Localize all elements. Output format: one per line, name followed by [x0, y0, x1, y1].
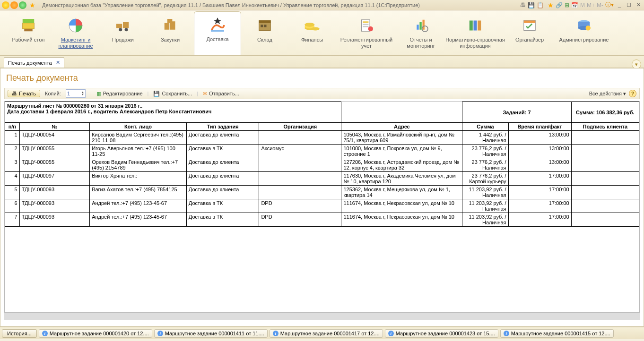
nav-delivery[interactable]: Доставка: [194, 11, 241, 55]
page-title: Печать документа: [6, 73, 640, 83]
svg-rect-34: [524, 21, 536, 23]
svg-rect-15: [261, 25, 263, 27]
svg-rect-31: [474, 21, 477, 31]
table-row[interactable]: 6ТДЦУ-000093Андрей тел.:+7 (495) 123-45-…: [5, 199, 639, 213]
spin-down-icon[interactable]: ▼: [81, 94, 84, 96]
star-icon[interactable]: ★: [29, 1, 35, 9]
window-title: Демонстрационная база "Управление торгов…: [42, 2, 520, 8]
svg-rect-16: [264, 25, 266, 27]
nav-organizer[interactable]: Органайзер: [506, 12, 553, 55]
copies-input[interactable]: 1 ▲▼: [66, 89, 86, 98]
info-icon: i: [157, 331, 163, 336]
svg-rect-26: [417, 25, 418, 30]
info-icon: i: [388, 331, 394, 336]
nav-admin[interactable]: Администрирование: [553, 12, 615, 55]
tab-bar: Печать документа ✕: [0, 56, 644, 68]
table-row[interactable]: 2ТДЦУ-000055Игорь Аверьянов тел.:+7 (495…: [5, 145, 639, 158]
copy-icon[interactable]: 📋: [537, 2, 544, 9]
edit-button[interactable]: ▦ Редактирование: [96, 91, 143, 97]
save-button[interactable]: 💾 Сохранить...: [153, 91, 192, 97]
svg-rect-14: [259, 21, 271, 23]
nav-warehouse[interactable]: Склад: [241, 12, 288, 55]
table-row[interactable]: 5ТДЦУ-000093Вагиз Ахатов тел.:+7 (495) 7…: [5, 186, 639, 199]
total-sum: Сумма: 106 382,36 руб.: [571, 102, 639, 123]
svg-point-20: [311, 27, 320, 31]
link-icon[interactable]: 🔗: [556, 2, 563, 9]
back-button[interactable]: [10, 1, 18, 9]
edit-icon: ▦: [96, 91, 101, 97]
print-button[interactable]: 🖶 Печать: [8, 90, 40, 97]
statusbar-window-item[interactable]: iМаршрутное задание 000001411 от 11....: [154, 329, 268, 338]
save-icon[interactable]: 💾: [528, 2, 535, 9]
panel-dropdown-icon[interactable]: ▾: [632, 60, 641, 69]
title-bar: ★ Демонстрационная база "Управление торг…: [0, 0, 644, 10]
svg-rect-22: [363, 21, 368, 23]
m-button[interactable]: M: [580, 2, 585, 9]
table-row[interactable]: 4ТДЦУ-000097Виктор Хряпа тел.:Доставка д…: [5, 172, 639, 186]
calc-icon[interactable]: ⊞: [565, 2, 569, 9]
svg-rect-27: [419, 22, 421, 30]
svg-rect-23: [363, 24, 368, 26]
svg-rect-1: [23, 19, 35, 23]
disk-icon: 💾: [153, 91, 160, 97]
info-icon: i: [273, 331, 278, 336]
app-icon[interactable]: [2, 1, 9, 9]
m-plus-button[interactable]: M+: [587, 2, 595, 9]
svg-rect-8: [165, 23, 170, 30]
svg-rect-4: [116, 24, 122, 28]
print-icon[interactable]: 🖶: [520, 2, 526, 9]
svg-rect-24: [363, 26, 368, 27]
history-button[interactable]: История...: [2, 329, 37, 338]
statusbar-window-item[interactable]: iМаршрутное задание 000001417 от 12....: [270, 329, 383, 338]
horizontal-scrollbar[interactable]: [4, 313, 640, 320]
column-headers: п/п№Конт. лицо Тип заданияОрганизацияАдр…: [5, 123, 639, 131]
svg-marker-11: [214, 17, 221, 24]
maximize-button[interactable]: ☐: [625, 2, 633, 9]
doc-title: Маршрутный лист № 000000280 от 31 января…: [7, 103, 339, 109]
status-bar: История... iМаршрутное задание 000001420…: [0, 327, 644, 339]
nav-purchases[interactable]: Закупки: [147, 12, 194, 55]
nav-reports[interactable]: Отчеты и мониторинг: [397, 12, 444, 55]
spreadsheet[interactable]: Маршрутный лист № 000000280 от 31 января…: [4, 101, 640, 313]
svg-point-25: [368, 26, 374, 32]
tasks-count: Заданий: 7: [462, 102, 571, 123]
svg-rect-5: [123, 22, 129, 28]
info-icon[interactable]: ⓘ▾: [605, 1, 614, 9]
send-button[interactable]: ✉ Отправить...: [203, 91, 239, 97]
statusbar-window-item[interactable]: iМаршрутное задание 000001415 от 12....: [500, 329, 614, 338]
tab-print-document[interactable]: Печать документа ✕: [4, 57, 64, 68]
svg-point-6: [119, 28, 122, 31]
nav-accounting[interactable]: Регламентированный учет: [336, 12, 397, 55]
statusbar-window-item[interactable]: iМаршрутное задание 000001423 от 15....: [385, 329, 498, 338]
nav-marketing[interactable]: Маркетинг и планирование: [52, 12, 99, 55]
table-row[interactable]: 3ТДЦУ-000055Орехов Вадим Геннадьевич тел…: [5, 158, 639, 172]
svg-rect-12: [211, 30, 224, 32]
table-row[interactable]: 1ТДЦУ-000054Кирсанов Вадим Сергеевич тел…: [5, 131, 639, 145]
copies-label: Копий:: [45, 91, 61, 96]
info-icon: i: [504, 331, 509, 336]
help-icon[interactable]: ?: [629, 90, 636, 97]
forward-button[interactable]: [19, 1, 26, 9]
svg-rect-30: [470, 21, 473, 31]
minimize-button[interactable]: _: [616, 2, 623, 9]
nav-sales[interactable]: Продажи: [99, 12, 147, 55]
printer-icon: 🖶: [12, 91, 17, 96]
toolbar: 🖶 Печать Копий: 1 ▲▼ | ▦ Редактирование …: [4, 88, 640, 99]
main-navigation: Рабочий стол Маркетинг и планирование Пр…: [0, 10, 644, 56]
all-actions-button[interactable]: Все действия ▾: [589, 91, 626, 97]
close-button[interactable]: ✕: [635, 2, 642, 9]
nav-desktop[interactable]: Рабочий стол: [5, 12, 52, 55]
m-minus-button[interactable]: M-: [597, 2, 603, 9]
nav-finance[interactable]: Финансы: [288, 12, 336, 55]
favorite-icon[interactable]: ★: [548, 1, 554, 9]
table-row[interactable]: 7ТДЦУ-000093Андрей тел.:+7 (495) 123-45-…: [5, 213, 639, 227]
tab-close-icon[interactable]: ✕: [56, 60, 60, 66]
svg-rect-28: [423, 20, 425, 30]
svg-rect-32: [478, 21, 481, 31]
nav-reference[interactable]: Нормативно-справочная информация: [444, 12, 506, 55]
svg-point-19: [305, 23, 314, 27]
statusbar-window-item[interactable]: iМаршрутное задание 000001420 от 12....: [39, 329, 152, 338]
mail-icon: ✉: [203, 91, 207, 97]
svg-point-38: [586, 26, 591, 31]
calendar-icon[interactable]: 📅: [571, 2, 578, 9]
